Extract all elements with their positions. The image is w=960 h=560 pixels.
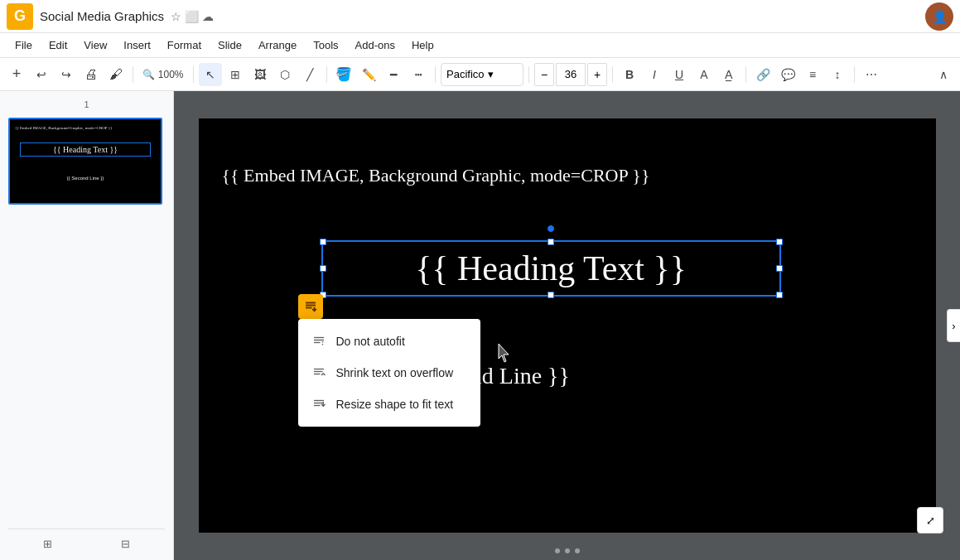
font-size-input[interactable] (556, 63, 586, 86)
toolbar-collapse-button[interactable]: ∧ (932, 63, 955, 86)
dot-2 (565, 548, 570, 553)
fill-color-button[interactable]: 🪣 (332, 63, 355, 86)
textbox-tool[interactable]: ⊞ (224, 63, 247, 86)
do-not-autofit-item[interactable]: Do not autofit (298, 326, 480, 357)
resize-shape-icon (311, 397, 326, 412)
folder-icon[interactable]: ⬜ (185, 10, 199, 23)
print-button[interactable]: 🖨 (80, 63, 103, 86)
heading-text[interactable]: {{ Heading Text }} (323, 242, 779, 295)
menu-view[interactable]: View (75, 36, 115, 55)
menu-slide[interactable]: Slide (210, 36, 250, 55)
font-selector[interactable]: Pacifico ▾ (441, 63, 523, 86)
redo-button[interactable]: ↪ (55, 63, 78, 86)
top-bar: G Social Media Graphics ☆ ⬜ ☁ 👤 (0, 0, 960, 33)
shrink-text-label: Shrink text on overflow (336, 366, 454, 379)
menu-arrange[interactable]: Arrange (250, 36, 305, 55)
line-dash-button[interactable]: ┅ (407, 63, 430, 86)
handle-bc[interactable] (548, 292, 554, 298)
menu-insert[interactable]: Insert (115, 36, 159, 55)
divider-6 (612, 66, 613, 83)
underline-button[interactable]: U (668, 63, 691, 86)
undo-button[interactable]: ↩ (30, 63, 53, 86)
menu-edit[interactable]: Edit (41, 36, 75, 55)
line-tool[interactable]: ╱ (298, 63, 321, 86)
add-button[interactable]: + (5, 63, 28, 86)
font-size-increase[interactable]: + (587, 63, 607, 86)
text-color-button[interactable]: A (692, 63, 716, 86)
image-tool[interactable]: 🖼 (248, 63, 272, 86)
handle-ml[interactable] (320, 265, 326, 272)
cursor-tool[interactable]: ↖ (199, 63, 222, 86)
resize-shape-label: Resize shape to fit text (336, 398, 454, 411)
shrink-text-item[interactable]: Shrink text on overflow (298, 357, 480, 389)
line-spacing-button[interactable]: ↕ (826, 63, 849, 86)
slide-sidebar: 1 {{ Embed IMAGE, Background Graphic, mo… (0, 91, 174, 560)
cursor-indicator (494, 342, 517, 365)
zoom-button[interactable]: 🔍 100% (138, 63, 188, 86)
font-name: Pacifico (446, 68, 485, 80)
thumb-embed-text: {{ Embed IMAGE, Background Graphic, mode… (15, 126, 113, 130)
bold-button[interactable]: B (618, 63, 641, 86)
thumb-heading: {{ Heading Text }} (20, 142, 151, 157)
dot-1 (555, 548, 560, 553)
dot-3 (575, 548, 580, 553)
thumb-second-line: {{ Second Line }} (20, 176, 151, 181)
divider-8 (854, 66, 855, 83)
logo-letter: G (14, 7, 26, 25)
comment-button[interactable]: 💬 (776, 63, 799, 86)
toolbar: + ↩ ↪ 🖨 🖌 🔍 100% ↖ ⊞ 🖼 ⬡ ╱ 🪣 ✏️ ━ ┅ Paci… (0, 58, 960, 91)
handle-top-center (548, 225, 554, 232)
handle-br[interactable] (776, 292, 783, 298)
sidebar-bottom: ⊞ ⊟ (8, 529, 165, 552)
menu-format[interactable]: Format (159, 36, 210, 55)
menu-addons[interactable]: Add-ons (347, 36, 403, 55)
align-button[interactable]: ≡ (801, 63, 824, 86)
slide-canvas[interactable]: {{ Embed IMAGE, Background Graphic, mode… (199, 118, 936, 533)
menu-bar: File Edit View Insert Format Slide Arran… (0, 33, 960, 58)
divider-2 (193, 66, 194, 83)
do-not-autofit-label: Do not autofit (336, 335, 405, 348)
doc-title[interactable]: Social Media Graphics (40, 9, 164, 23)
list-view-button[interactable]: ⊟ (118, 536, 133, 552)
shape-tool[interactable]: ⬡ (273, 63, 297, 86)
more-options-button[interactable]: ⋯ (860, 63, 883, 86)
menu-tools[interactable]: Tools (305, 36, 346, 55)
resize-shape-item[interactable]: Resize shape to fit text (298, 389, 480, 420)
handle-tc[interactable] (548, 239, 554, 245)
heading-textbox[interactable]: {{ Heading Text }} (321, 240, 781, 297)
embed-text: {{ Embed IMAGE, Background Graphic, mode… (222, 165, 650, 186)
cloud-icon[interactable]: ☁ (202, 10, 214, 23)
menu-help[interactable]: Help (403, 36, 442, 55)
cursor-svg (495, 342, 515, 365)
autofit-icon (303, 299, 318, 314)
autofit-button[interactable] (298, 294, 323, 319)
grid-view-button[interactable]: ⊞ (40, 536, 55, 552)
slide-thumbnail[interactable]: {{ Embed IMAGE, Background Graphic, mode… (8, 118, 162, 205)
handle-tl[interactable] (320, 239, 326, 245)
bottom-dots (555, 548, 580, 553)
slide-number-label: 1 (8, 99, 165, 109)
divider-3 (326, 66, 327, 83)
line-color-button[interactable]: ✏️ (357, 63, 380, 86)
fit-to-page-button[interactable]: ⤢ (917, 507, 943, 533)
line-weight-button[interactable]: ━ (382, 63, 405, 86)
menu-file[interactable]: File (7, 36, 41, 55)
autofit-dropdown: Do not autofit Shrink text on overflow (298, 319, 480, 427)
divider-5 (528, 66, 529, 83)
highlight-button[interactable]: A̲ (717, 63, 741, 86)
paint-format-button[interactable]: 🖌 (104, 63, 128, 86)
divider-7 (745, 66, 746, 83)
star-icon[interactable]: ☆ (171, 10, 181, 23)
shrink-text-icon (311, 365, 326, 380)
font-size-decrease[interactable]: − (534, 63, 554, 86)
right-panel-collapse[interactable]: › (947, 309, 960, 342)
canvas-area: {{ Embed IMAGE, Background Graphic, mode… (174, 91, 960, 560)
main-area: 1 {{ Embed IMAGE, Background Graphic, mo… (0, 91, 960, 560)
handle-tr[interactable] (776, 239, 783, 245)
italic-button[interactable]: I (643, 63, 666, 86)
user-avatar[interactable]: 👤 (925, 2, 953, 31)
divider-4 (435, 66, 436, 83)
handle-mr[interactable] (776, 265, 783, 272)
link-button[interactable]: 🔗 (751, 63, 774, 86)
divider-1 (133, 66, 133, 83)
